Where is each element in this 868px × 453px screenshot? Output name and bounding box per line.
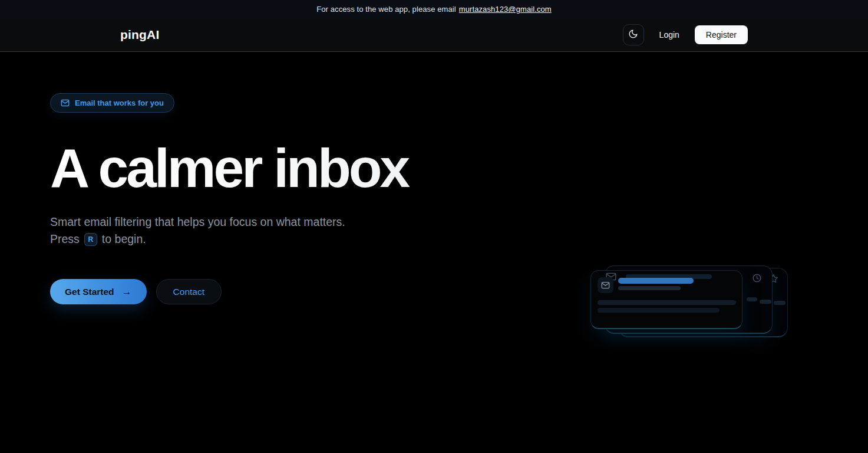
skeleton-body-line (598, 308, 720, 313)
envelope-icon (61, 99, 70, 107)
skeleton-bar (760, 300, 771, 304)
hero-subtitle: Smart email filtering that helps you foc… (50, 215, 868, 229)
skeleton-subject-bar (618, 278, 694, 284)
notice-text: For access to the web app, please email (316, 5, 456, 14)
page-title: A calmer inbox (50, 141, 868, 196)
register-button[interactable]: Register (695, 25, 748, 44)
email-cards-illustration (589, 263, 790, 341)
hero-badge: Email that works for you (50, 93, 174, 113)
press-hint: Press R to begin. (50, 232, 868, 246)
get-started-button[interactable]: Get Started → (50, 279, 147, 304)
envelope-icon (598, 277, 613, 293)
skeleton-bar (747, 297, 757, 301)
press-suffix: to begin. (102, 232, 146, 246)
hero-section: Email that works for you A calmer inbox … (0, 52, 868, 453)
get-started-label: Get Started (65, 287, 114, 297)
skeleton-body-line (598, 300, 736, 305)
arrow-right-icon: → (122, 286, 132, 298)
brand-logo: pingAI (120, 28, 160, 42)
skeleton-bar (774, 301, 786, 305)
hero-badge-label: Email that works for you (75, 99, 164, 107)
notice-banner: For access to the web app, please email … (0, 0, 868, 18)
clock-icon (752, 273, 762, 285)
login-link[interactable]: Login (659, 30, 679, 40)
contact-button[interactable]: Contact (156, 279, 222, 304)
moon-icon (628, 29, 638, 41)
skeleton-bar (618, 286, 681, 290)
kbd-r-key: R (84, 233, 97, 246)
press-prefix: Press (50, 232, 80, 246)
theme-toggle-button[interactable] (623, 24, 644, 45)
notice-email-link[interactable]: murtazash123@gmail.com (459, 5, 552, 14)
header: pingAI Login Register (0, 18, 868, 52)
email-card-front (590, 270, 742, 329)
